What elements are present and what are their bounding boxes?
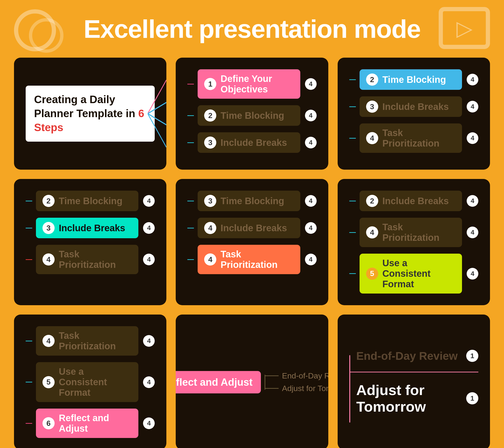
node-row-s4-1: 2 Time Blocking 4 xyxy=(26,191,155,211)
node-label-s5-3: Task Prioritization xyxy=(220,249,293,270)
badge-s6-1: 4 xyxy=(467,195,478,207)
node-label-s5-2: Include Breaks xyxy=(220,223,287,233)
node-time-blocking-active: 2 Time Blocking xyxy=(360,69,462,90)
node-include-breaks-active: 3 Include Breaks xyxy=(36,218,138,238)
connector-s6-3 xyxy=(349,273,356,274)
branch-root-label: Reflect and Adjust xyxy=(176,376,252,388)
node-label-s6-2: Task Prioritization xyxy=(382,222,455,243)
branch-item-2: Adjust for Tomorrow 1 xyxy=(265,384,328,394)
badge-s7-3: 4 xyxy=(143,417,155,429)
title-box: Creating a Daily Planner Template in 6 S… xyxy=(26,86,155,141)
node-num-s5-2: 4 xyxy=(204,222,216,234)
node-label-s7-3: Reflect and Adjust xyxy=(59,413,132,434)
node-time-blocking-s5: 3 Time Blocking xyxy=(198,191,300,211)
connector-s5-2 xyxy=(187,228,194,228)
badge-s7-1: 4 xyxy=(143,335,155,347)
badge-3: 4 xyxy=(305,137,317,148)
badge-2: 4 xyxy=(305,110,317,121)
node-include-breaks-2: 3 Include Breaks xyxy=(198,132,300,153)
node-num-s3-2: 3 xyxy=(366,101,378,113)
slide-2: 1 Define Your Objectives 4 2 Time Blocki… xyxy=(176,58,328,170)
node-row-s3-2: 3 Include Breaks 4 xyxy=(349,96,478,117)
slide-7: 4 Task Prioritization 4 5 Use a Consiste… xyxy=(14,315,166,448)
connector-s4-2 xyxy=(26,228,32,228)
node-time-blocking-2: 2 Time Blocking xyxy=(198,105,300,126)
node-row-s7-3: 6 Reflect and Adjust 4 xyxy=(26,409,155,438)
title-connector-lines xyxy=(148,58,166,170)
slide-6: 2 Include Breaks 4 4 Task Prioritization… xyxy=(338,179,490,305)
node-row-s5-2: 4 Include Breaks 4 xyxy=(187,218,316,238)
node-label-s4-3: Task Prioritization xyxy=(59,249,132,270)
badge-s3-3: 4 xyxy=(467,132,478,144)
slide-5: 3 Time Blocking 4 4 Include Breaks 4 4 T… xyxy=(176,179,328,305)
node-task-prior-s7: 4 Task Prioritization xyxy=(36,326,138,356)
node-label-s7-2: Use a Consistent Format xyxy=(59,366,132,398)
node-consistent-format-s7: 5 Use a Consistent Format xyxy=(36,362,138,402)
badge-s4-1: 4 xyxy=(143,195,155,207)
node-reflect-adjust-active: 6 Reflect and Adjust xyxy=(36,409,138,438)
node-row-s6-3: 5 Use a Consistent Format 4 xyxy=(349,254,478,294)
node-num-s5-1: 3 xyxy=(204,195,216,207)
node-time-blocking-s4: 2 Time Blocking xyxy=(36,191,138,211)
connector-s6-2 xyxy=(349,232,356,233)
badge-s4-2: 4 xyxy=(143,222,155,234)
adjust-tomorrow-text: Adjust for Tomorrow xyxy=(356,382,466,415)
node-row-s6-1: 2 Include Breaks 4 xyxy=(349,191,478,211)
badge-1: 4 xyxy=(305,78,317,90)
end-review-text: End-of-Day Review xyxy=(356,350,466,362)
connector-2 xyxy=(187,115,194,116)
node-num-s6-1: 2 xyxy=(366,195,378,207)
h-separator xyxy=(349,372,478,372)
node-num-2: 2 xyxy=(204,109,216,122)
node-label-s4-1: Time Blocking xyxy=(59,196,123,206)
badge-s4-3: 4 xyxy=(143,254,155,265)
node-num-s3-1: 2 xyxy=(366,73,378,86)
header: Excellent presentation mode xyxy=(0,0,504,53)
node-row-2: 2 Time Blocking 4 xyxy=(187,105,316,126)
connector-s7-3 xyxy=(26,423,32,424)
node-row-s4-2: 3 Include Breaks 4 xyxy=(26,218,155,238)
node-task-prior-s4: 4 Task Prioritization xyxy=(36,245,138,274)
end-review-row: End-of-Day Review 1 xyxy=(356,350,478,362)
node-include-breaks-s5: 4 Include Breaks xyxy=(198,218,300,238)
deco-circle-left xyxy=(14,9,56,51)
slide-9: End-of-Day Review 1 Adjust for Tomorrow … xyxy=(338,315,490,448)
node-num-s4-2: 3 xyxy=(42,222,54,234)
node-num-s7-3: 6 xyxy=(42,417,54,429)
badge-s5-3: 4 xyxy=(305,254,317,265)
node-num-3: 3 xyxy=(204,137,216,149)
branch-content: 6 Reflect and Adjust End-of-Day Review 1… xyxy=(176,368,328,396)
node-label-s3-2: Include Breaks xyxy=(382,102,449,112)
slide-4: 2 Time Blocking 4 3 Include Breaks 4 4 T… xyxy=(14,179,166,305)
slide-1: Creating a Daily Planner Template in 6 S… xyxy=(14,58,166,170)
node-consistent-format-active: 5 Use a Consistent Format xyxy=(360,254,462,294)
node-row-s3-1: 2 Time Blocking 4 xyxy=(349,69,478,90)
branch-lines-container: End-of-Day Review 1 Adjust for Tomorrow … xyxy=(265,368,328,396)
badge-s6-2: 4 xyxy=(467,227,478,238)
badge-s7-2: 4 xyxy=(143,376,155,388)
adjust-tomorrow-row: Adjust for Tomorrow 1 xyxy=(356,382,478,415)
connector-s5-3 xyxy=(187,259,194,260)
connector-s3-2 xyxy=(349,107,356,107)
node-label-3: Include Breaks xyxy=(220,137,287,148)
slides-grid: Creating a Daily Planner Template in 6 S… xyxy=(0,53,504,448)
connector-1 xyxy=(187,84,194,85)
node-label-1: Define Your Objectives xyxy=(220,73,293,94)
node-label-s3-1: Time Blocking xyxy=(382,74,446,85)
node-label-s7-1: Task Prioritization xyxy=(59,330,132,351)
node-row-s3-3: 4 Task Prioritization 4 xyxy=(349,124,478,153)
badge-s3-1: 4 xyxy=(467,74,478,85)
adjust-tomorrow-badge: 1 xyxy=(466,392,478,404)
node-task-prior-s3: 4 Task Prioritization xyxy=(360,124,462,153)
node-num-1: 1 xyxy=(204,78,216,90)
slide-3: 2 Time Blocking 4 3 Include Breaks 4 4 T… xyxy=(338,58,490,170)
node-label-2: Time Blocking xyxy=(220,110,284,121)
connector-s7-1 xyxy=(26,341,32,341)
node-num-s5-3: 4 xyxy=(204,253,216,266)
node-row-s7-2: 5 Use a Consistent Format 4 xyxy=(26,362,155,402)
node-num-s4-1: 2 xyxy=(42,195,54,207)
node-row-s4-3: 4 Task Prioritization 4 xyxy=(26,245,155,274)
node-define-objectives: 1 Define Your Objectives xyxy=(198,69,300,99)
node-include-breaks-s3: 3 Include Breaks xyxy=(360,96,462,117)
node-label-s6-3: Use a Consistent Format xyxy=(382,258,455,289)
